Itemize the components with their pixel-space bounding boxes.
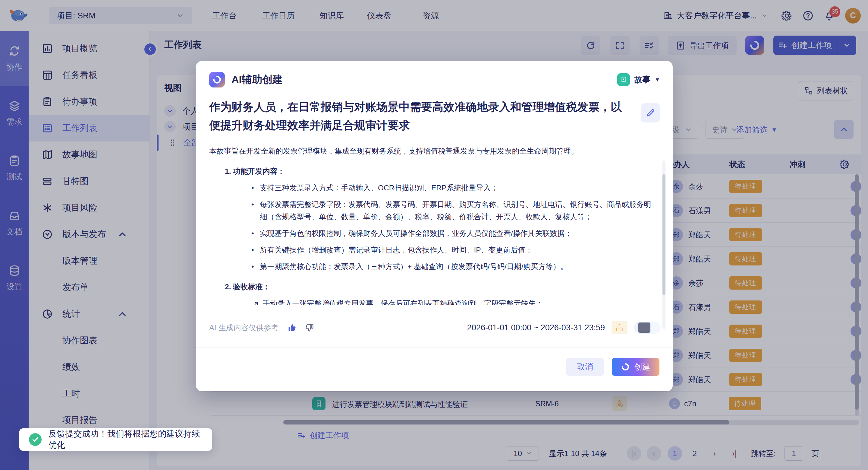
modal-title: AI辅助创建	[231, 73, 283, 87]
modal-meta-row: AI 生成内容仅供参考 2026-01-01 00:00 ~ 2026-03-3…	[209, 320, 661, 335]
thumb-down-icon[interactable]	[305, 323, 314, 332]
app-root: 项目: SRM 工作台 工作日历 知识库 仪表盘 资源 大客户数字化平台事...…	[0, 0, 868, 470]
ai-create-modal: AI辅助创建 故事 ▼ 作为财务人员，在日常报销与对账场景中需要高效准确地录入和…	[196, 61, 673, 391]
bullet-item: 实现基于角色的权限控制，确保财务人员可操作全部数据，业务人员仅能查看/操作其关联…	[209, 227, 652, 239]
avatar-placeholder	[638, 322, 650, 333]
date-range[interactable]: 2026-01-01 00:00 ~ 2026-03-31 23:59	[467, 323, 605, 332]
story-title: 作为财务人员，在日常报销与对账场景中需要高效准确地录入和管理增值税发票，以便提升…	[209, 98, 641, 135]
issue-type-select[interactable]: 故事 ▼	[617, 73, 660, 86]
toast-message: 反馈提交成功！我们将根据您的建议持续优化	[48, 428, 203, 451]
priority-badge[interactable]: 高	[612, 321, 627, 334]
check-circle-icon	[29, 433, 41, 446]
section-title: 1. 功能开发内容：	[225, 165, 652, 177]
story-description[interactable]: 本故事旨在开发全新的发票管理模块，集成至现有财务系统，支持增值税普通发票与专用发…	[209, 145, 652, 305]
assignee-pill[interactable]	[634, 322, 661, 334]
thumb-up-icon[interactable]	[287, 323, 297, 332]
bullet-item: 每张发票需完整记录字段：发票代码、发票号码、开票日期、购买方名称、识别号、地址电…	[209, 198, 652, 223]
divider	[196, 347, 673, 348]
bullet-item: 支持三种发票录入方式：手动输入、OCR扫描识别、ERP系统批量导入；	[209, 182, 652, 194]
section-title: 2. 验收标准：	[225, 281, 652, 293]
ai-disclaimer: AI 生成内容仅供参考	[209, 323, 279, 333]
modal-footer: 取消 创建	[566, 358, 659, 376]
cancel-button[interactable]: 取消	[566, 358, 604, 376]
story-type-icon	[617, 73, 630, 86]
success-toast: 反馈提交成功！我们将根据您的建议持续优化	[19, 429, 212, 451]
ai-swirl-icon	[621, 362, 630, 371]
modal-header: AI辅助创建 故事 ▼	[196, 61, 673, 87]
modal-scrollbar[interactable]	[662, 160, 665, 329]
create-button[interactable]: 创建	[612, 358, 659, 376]
edit-title-button[interactable]	[641, 103, 660, 122]
story-title-row: 作为财务人员，在日常报销与对账场景中需要高效准确地录入和管理增值税发票，以便提升…	[209, 98, 660, 135]
story-intro: 本故事旨在开发全新的发票管理模块，集成至现有财务系统，支持增值税普通发票与专用发…	[209, 145, 652, 157]
lettered-item: a. 手动录入一张完整增值税专用发票，保存后可在列表页精确查询到，字段完整无缺失…	[209, 297, 652, 305]
ai-logo-icon	[209, 72, 225, 87]
triangle-down-icon: ▼	[655, 77, 660, 83]
bullet-item: 所有关键操作（增删改查）需记录审计日志，包含操作人、时间、IP、变更前后值；	[209, 244, 652, 256]
pencil-icon	[646, 108, 655, 118]
bullet-item: 第一期聚焦核心功能：发票录入（三种方式）+ 基础查询（按发票代码/号码/日期/购…	[209, 260, 652, 273]
